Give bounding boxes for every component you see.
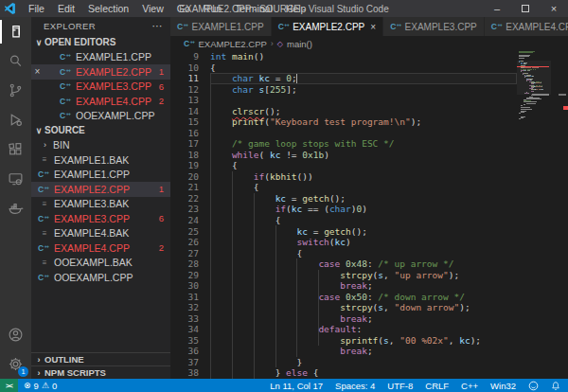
- bell-notification-icon[interactable]: [551, 381, 560, 391]
- line-number[interactable]: 26: [170, 237, 199, 248]
- line-number[interactable]: 10: [170, 62, 199, 74]
- breadcrumb-symbol[interactable]: main(): [287, 39, 312, 49]
- code-line-9[interactable]: 9int main(): [170, 51, 568, 62]
- code-line-27[interactable]: 27 {: [170, 248, 568, 259]
- status-indentation[interactable]: Spaces: 4: [335, 381, 375, 391]
- code-lines[interactable]: 9int main()10{11 char kc = 0;12 char s[2…: [170, 51, 568, 379]
- activity-remote-explorer[interactable]: [0, 164, 31, 193]
- close-icon[interactable]: ×: [31, 66, 44, 77]
- feedback-smiley-icon[interactable]: [528, 381, 539, 391]
- line-number[interactable]: 32: [170, 302, 199, 313]
- line-number[interactable]: 16: [170, 128, 199, 139]
- open-editor-ooexampl.cpp[interactable]: C++OOEXAMPL.CPP: [31, 109, 170, 124]
- menu-help[interactable]: Help: [279, 0, 313, 17]
- minimize-button[interactable]: –: [483, 0, 511, 17]
- menu-selection[interactable]: Selection: [81, 0, 135, 17]
- code-line-32[interactable]: 32 strcpy(s, "down arrow");: [170, 302, 568, 313]
- status-cursor-position[interactable]: Ln 11, Col 17: [270, 381, 323, 391]
- activity-docker[interactable]: [0, 193, 31, 223]
- code-line-14[interactable]: 14 clrscr();: [170, 106, 568, 117]
- code-line-28[interactable]: 28 case 0x48: /* up arrow */: [170, 258, 568, 270]
- tree-item-ooexampl.bak[interactable]: ≡OOEXAMPL.BAK: [31, 256, 170, 271]
- code-line-24[interactable]: 24 {: [170, 215, 568, 226]
- tree-item-ooexampl.cpp[interactable]: C++OOEXAMPL.CPP: [31, 270, 170, 285]
- code-line-35[interactable]: 35 sprintf(s, "00 %02x", kc);: [170, 335, 568, 347]
- line-number[interactable]: 37: [170, 357, 199, 368]
- tab-example1.cpp[interactable]: C++EXAMPLE1.CPP: [170, 17, 272, 36]
- tab-example3.cpp[interactable]: C++EXAMPLE3.CPP: [383, 17, 485, 36]
- code-line-34[interactable]: 34 default:: [170, 324, 568, 335]
- line-number[interactable]: 31: [170, 292, 199, 303]
- code-line-31[interactable]: 31 case 0x50: /* down arrow */: [170, 292, 568, 303]
- code-line-29[interactable]: 29 strcpy(s, "up arrow");: [170, 270, 568, 281]
- tree-item-example1.bak[interactable]: ≡EXAMPLE1.BAK: [31, 152, 170, 168]
- remote-indicator[interactable]: ><: [0, 379, 18, 392]
- tree-item-example2.cpp[interactable]: C++EXAMPLE2.CPP1: [31, 182, 170, 197]
- code-line-15[interactable]: 15 printf("Keyboard test program!\n");: [170, 116, 568, 128]
- tree-item-example4.bak[interactable]: ≡EXAMPLE4.BAK: [31, 226, 170, 241]
- breadcrumb-file[interactable]: EXAMPLE2.CPP: [198, 39, 266, 49]
- activity-account[interactable]: [0, 320, 31, 349]
- code-line-18[interactable]: 18 while( kc != 0x1b): [170, 150, 568, 161]
- line-number[interactable]: 22: [170, 193, 199, 205]
- menu-run[interactable]: Run: [197, 0, 228, 17]
- line-number[interactable]: 19: [170, 160, 199, 171]
- status-encoding[interactable]: UTF-8: [387, 381, 413, 391]
- close-button[interactable]: ×: [540, 0, 568, 17]
- menu-file[interactable]: File: [22, 0, 51, 17]
- code-line-16[interactable]: 16: [170, 128, 568, 139]
- open-editor-example1.cpp[interactable]: C++EXAMPLE1.CPP: [31, 50, 170, 65]
- tree-item-example3.cpp[interactable]: C++EXAMPLE3.CPP6: [31, 211, 170, 226]
- status-platform[interactable]: Win32: [490, 381, 516, 391]
- code-line-25[interactable]: 25 kc = getch();: [170, 226, 568, 238]
- activity-extensions[interactable]: [0, 134, 31, 164]
- tab-example4.cpp[interactable]: C++EXAMPLE4.CPP: [485, 17, 568, 36]
- code-line-11[interactable]: 11 char kc = 0;: [170, 73, 568, 84]
- line-number[interactable]: 11: [170, 73, 199, 84]
- maximize-button[interactable]: [511, 0, 540, 17]
- code-line-30[interactable]: 30 break;: [170, 280, 568, 292]
- status-language-mode[interactable]: C++: [461, 381, 478, 391]
- line-number[interactable]: 13: [170, 95, 199, 106]
- code-line-26[interactable]: 26 switch(kc): [170, 237, 568, 248]
- code-line-10[interactable]: 10{: [170, 62, 568, 74]
- line-number[interactable]: 35: [170, 335, 199, 347]
- tab-example2.cpp[interactable]: C++EXAMPLE2.CPP×: [272, 17, 383, 36]
- menu-go[interactable]: Go: [170, 0, 197, 17]
- line-number[interactable]: 30: [170, 280, 199, 292]
- tree-item-example4.cpp[interactable]: C++EXAMPLE4.CPP2: [31, 241, 170, 256]
- code-line-19[interactable]: 19 {: [170, 160, 568, 171]
- code-line-33[interactable]: 33 break;: [170, 313, 568, 325]
- minimap[interactable]: [517, 51, 568, 379]
- line-number[interactable]: 17: [170, 138, 199, 150]
- line-number[interactable]: 34: [170, 324, 199, 335]
- tree-item-example1.cpp[interactable]: C++EXAMPLE1.CPP: [31, 168, 170, 183]
- line-number[interactable]: 14: [170, 106, 199, 117]
- menu-terminal[interactable]: Terminal: [228, 0, 279, 17]
- line-number[interactable]: 12: [170, 84, 199, 96]
- code-line-21[interactable]: 21 {: [170, 182, 568, 193]
- line-number[interactable]: 18: [170, 150, 199, 161]
- problems-status[interactable]: ⊗ 9 ⚠ 0: [18, 381, 62, 391]
- line-number[interactable]: 23: [170, 204, 199, 215]
- code-line-38[interactable]: 38 } else {: [170, 367, 568, 379]
- line-number[interactable]: 24: [170, 215, 199, 226]
- code-line-22[interactable]: 22 kc = getch();: [170, 193, 568, 205]
- activity-run-debug[interactable]: [0, 105, 31, 134]
- line-number[interactable]: 28: [170, 258, 199, 270]
- code-line-12[interactable]: 12 char s[255];: [170, 84, 568, 96]
- line-number[interactable]: 15: [170, 116, 199, 128]
- tree-item-bin[interactable]: ›BIN: [31, 138, 170, 153]
- open-editor-example4.cpp[interactable]: C++EXAMPLE4.CPP2: [31, 94, 170, 109]
- overview-ruler[interactable]: [557, 51, 568, 379]
- section-open-editors[interactable]: ∨ OPEN EDITORS: [31, 35, 170, 50]
- activity-search[interactable]: [0, 46, 31, 76]
- panel-outline[interactable]: ›OUTLINE: [31, 352, 170, 365]
- code-line-20[interactable]: 20 if(kbhit()): [170, 171, 568, 183]
- code-line-17[interactable]: 17 /* game loop stops with ESC */: [170, 138, 568, 150]
- tree-item-example3.bak[interactable]: ≡EXAMPLE3.BAK: [31, 197, 170, 212]
- section-source[interactable]: ∨ SOURCE: [31, 123, 170, 138]
- line-number[interactable]: 27: [170, 248, 199, 259]
- panel-npm-scripts[interactable]: ›NPM SCRIPTS: [31, 365, 170, 379]
- line-number[interactable]: 25: [170, 226, 199, 238]
